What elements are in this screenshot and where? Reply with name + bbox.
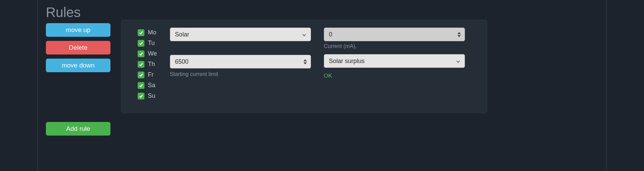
day-row-th: Th — [138, 61, 157, 68]
check-icon — [139, 83, 143, 88]
day-row-fr: Fr — [138, 71, 157, 78]
rule-card: Mo Tu We Th — [121, 20, 487, 113]
page: Rules move up Delete move down Add rule … — [0, 0, 644, 171]
step-down-icon[interactable] — [303, 62, 307, 65]
delete-button[interactable]: Delete — [46, 41, 110, 55]
check-icon — [139, 30, 143, 35]
day-label: Fr — [148, 71, 154, 78]
step-down-icon[interactable] — [457, 35, 461, 37]
spacer — [170, 46, 311, 50]
starting-current-hint: Starting current limit — [170, 71, 311, 77]
mode-select-value: Solar — [175, 31, 189, 38]
checkbox-we[interactable] — [138, 50, 144, 57]
rule-order-controls: move up Delete move down — [46, 23, 110, 72]
step-up-icon[interactable] — [457, 32, 461, 34]
current-column: Current (mA), Solar surplus OK — [324, 28, 465, 105]
checkbox-fr[interactable] — [138, 72, 144, 78]
chevron-down-icon — [456, 59, 460, 63]
check-icon — [139, 94, 143, 98]
frame-border-left — [37, 0, 38, 171]
svg-marker-2 — [457, 32, 461, 34]
check-icon — [139, 41, 143, 46]
current-value-field[interactable] — [329, 31, 452, 38]
day-row-mo: Mo — [138, 29, 157, 36]
checkbox-mo[interactable] — [138, 29, 144, 36]
surplus-select-value: Solar surplus — [329, 58, 365, 65]
day-row-sa: Sa — [138, 82, 157, 89]
current-value-label: Current (mA), — [324, 43, 465, 49]
number-stepper[interactable] — [303, 58, 309, 66]
check-icon — [139, 73, 143, 77]
checkbox-th[interactable] — [138, 61, 144, 68]
add-rule-button[interactable]: Add rule — [46, 122, 110, 136]
status-ok: OK — [324, 73, 465, 79]
check-icon — [139, 62, 143, 67]
move-up-button[interactable]: move up — [46, 23, 110, 37]
frame-border-right — [606, 0, 607, 171]
checkbox-sa[interactable] — [138, 82, 144, 89]
checkbox-su[interactable] — [138, 93, 144, 99]
days-column: Mo Tu We Th — [138, 28, 157, 105]
mode-select[interactable]: Solar — [170, 28, 311, 41]
mode-column: Solar Starting current limit — [170, 28, 311, 105]
day-label: Th — [148, 61, 155, 68]
svg-marker-3 — [457, 35, 461, 37]
day-row-tu: Tu — [138, 40, 157, 47]
starting-current-input[interactable] — [170, 55, 311, 68]
day-label: Su — [148, 92, 155, 99]
starting-current-field[interactable] — [175, 58, 298, 65]
svg-marker-0 — [303, 59, 307, 61]
chevron-down-icon — [302, 32, 307, 37]
day-label: Sa — [148, 82, 155, 89]
day-label: Tu — [148, 40, 155, 47]
move-down-button[interactable]: move down — [46, 59, 110, 72]
day-row-we: We — [138, 50, 157, 57]
day-row-su: Su — [138, 92, 157, 99]
number-stepper[interactable] — [457, 30, 463, 38]
check-icon — [139, 51, 143, 56]
surplus-select[interactable]: Solar surplus — [324, 54, 465, 68]
day-label: Mo — [148, 29, 156, 36]
checkbox-tu[interactable] — [138, 40, 144, 47]
step-up-icon[interactable] — [303, 59, 307, 62]
section-title: Rules — [46, 5, 81, 20]
svg-marker-1 — [303, 62, 307, 64]
day-label: We — [148, 50, 157, 57]
current-value-input[interactable] — [324, 28, 465, 41]
